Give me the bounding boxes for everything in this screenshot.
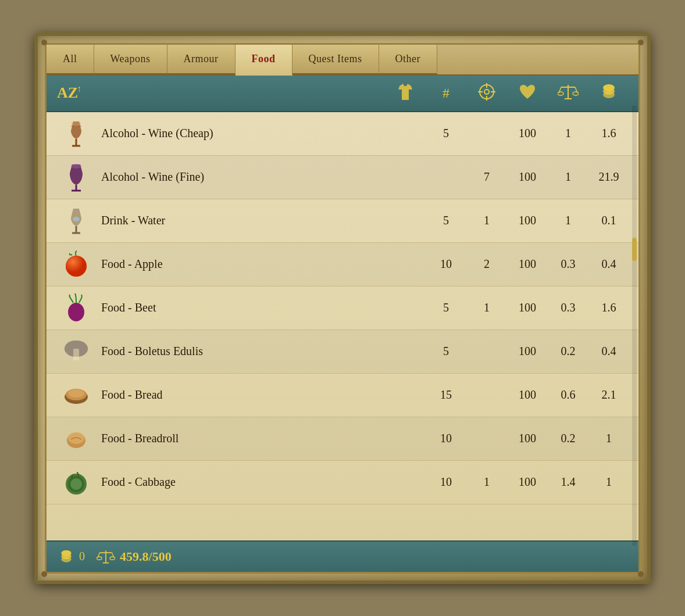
header-heart-icon xyxy=(507,84,548,103)
inventory-window: AllWeaponsArmourFoodQuest ItemsOther AZ … xyxy=(34,33,651,584)
scroll-thumb[interactable] xyxy=(632,238,637,261)
item-name: Alcohol - Wine (Cheap) xyxy=(97,127,385,140)
tab-other[interactable]: Other xyxy=(379,45,437,74)
table-row[interactable]: Food - Breadroll 10 100 0.2 1 xyxy=(47,417,638,461)
item-qty: 5 xyxy=(426,127,466,140)
item-weight: 0.3 xyxy=(548,301,588,314)
svg-point-44 xyxy=(110,557,115,560)
item-values: 10 2 100 0.3 0.4 xyxy=(385,257,629,271)
item-qty: 10 xyxy=(426,432,466,445)
tabs-row: AllWeaponsArmourFoodQuest ItemsOther xyxy=(47,45,638,76)
table-row[interactable]: Drink - Water 5 1 100 1 0.1 xyxy=(47,199,638,243)
item-qty: 10 xyxy=(426,475,466,489)
item-icon-cabbage xyxy=(56,467,97,498)
header-name-col: AZ ↑ xyxy=(56,83,385,104)
footer-weight-section: 459.8/500 xyxy=(97,549,172,565)
table-row[interactable]: Alcohol - Wine (Cheap) 5 100 1 1.6 xyxy=(47,112,638,156)
item-icon-breadroll xyxy=(56,423,97,454)
item-icon-mushroom xyxy=(56,336,97,367)
item-value: 21.9 xyxy=(588,170,629,184)
footer-weight-current: 459.8 xyxy=(120,549,149,564)
scrollbar[interactable] xyxy=(632,106,637,546)
item-qty: 15 xyxy=(426,388,466,402)
table-row[interactable]: Food - Bread 15 100 0.6 2.1 xyxy=(47,374,638,417)
item-weight: 1.4 xyxy=(548,475,588,489)
svg-point-12 xyxy=(558,92,563,95)
item-name: Food - Apple xyxy=(97,257,385,271)
footer-coins-section: 0 xyxy=(58,549,85,564)
item-weight: 0.6 xyxy=(548,388,588,402)
table-row[interactable]: Alcohol - Wine (Fine) 7 100 1 21.9 xyxy=(47,156,638,199)
item-value: 2.1 xyxy=(588,388,629,402)
item-value: 0.4 xyxy=(588,345,629,358)
item-name: Food - Breadroll xyxy=(97,432,385,445)
footer-weight-display: 459.8/500 xyxy=(120,549,172,564)
item-name: Food - Cabbage xyxy=(97,475,385,489)
item-icon-wine_cheap xyxy=(56,118,97,149)
item-condition: 100 xyxy=(507,127,548,140)
tab-armour[interactable]: Armour xyxy=(167,45,236,74)
item-condition: 100 xyxy=(507,388,548,402)
item-icon-apple xyxy=(56,249,97,280)
item-name: Drink - Water xyxy=(97,214,385,227)
item-values: 5 100 0.2 0.4 xyxy=(385,345,629,358)
item-name: Food - Beet xyxy=(97,301,385,314)
footer-weight-max: 500 xyxy=(152,549,172,564)
item-weight: 1 xyxy=(548,127,588,140)
item-icon-bread xyxy=(56,379,97,411)
item-weight: 0.2 xyxy=(548,345,588,358)
item-values: 5 1 100 0.3 1.6 xyxy=(385,301,629,314)
inner-panel: AllWeaponsArmourFoodQuest ItemsOther AZ … xyxy=(45,43,640,574)
item-condition: 100 xyxy=(507,301,548,314)
item-value: 1 xyxy=(588,432,629,445)
item-value: 1 xyxy=(588,475,629,489)
svg-point-19 xyxy=(71,164,81,169)
svg-text:↑: ↑ xyxy=(77,84,80,94)
tab-weapons[interactable]: Weapons xyxy=(94,45,167,74)
svg-point-22 xyxy=(66,256,87,277)
item-qty: 5 xyxy=(426,214,466,227)
sort-az-icon[interactable]: AZ ↑ xyxy=(56,83,79,104)
header-cols: # xyxy=(385,83,629,104)
svg-point-35 xyxy=(70,478,82,490)
item-values: 5 100 1 1.6 xyxy=(385,127,629,140)
item-qty: 5 xyxy=(426,345,466,358)
table-row[interactable]: Food - Boletus Edulis 5 100 0.2 0.4 xyxy=(47,330,638,374)
svg-text:AZ: AZ xyxy=(57,84,78,101)
item-values: 15 100 0.6 2.1 xyxy=(385,388,629,402)
table-row[interactable]: Food - Cabbage 10 1 100 1.4 1 xyxy=(47,461,638,504)
table-row[interactable]: Food - Beet 5 1 100 0.3 1.6 xyxy=(47,286,638,330)
header-hash-icon: # xyxy=(426,85,466,101)
table-row[interactable]: Food - Apple 10 2 100 0.3 0.4 xyxy=(47,243,638,286)
tab-food[interactable]: Food xyxy=(236,45,292,76)
item-qty: 10 xyxy=(426,257,466,271)
item-value: 0.4 xyxy=(588,257,629,271)
item-name: Food - Boletus Edulis xyxy=(97,345,385,358)
svg-point-30 xyxy=(68,389,84,397)
item-list: Alcohol - Wine (Cheap) 5 100 1 1.6 Alcoh… xyxy=(47,112,638,504)
item-values: 7 100 1 21.9 xyxy=(385,170,629,184)
header-coins-icon xyxy=(588,83,629,103)
footer-bar: 0 459.8/500 xyxy=(47,540,638,572)
column-headers: AZ ↑ # xyxy=(47,76,638,112)
svg-point-38 xyxy=(61,550,71,556)
item-weight: 1 xyxy=(548,214,588,227)
item-condition: 100 xyxy=(507,214,548,227)
item-icon-water xyxy=(56,205,97,237)
tab-all[interactable]: All xyxy=(47,45,94,74)
svg-point-23 xyxy=(68,303,84,321)
svg-point-27 xyxy=(65,341,88,357)
item-qty: 5 xyxy=(426,301,466,314)
item-weight: 0.2 xyxy=(548,432,588,445)
header-shirt-icon xyxy=(385,83,426,104)
item-value: 1.6 xyxy=(588,301,629,314)
item-name: Alcohol - Wine (Fine) xyxy=(97,170,385,184)
tab-quest-items[interactable]: Quest Items xyxy=(292,45,379,74)
item-weight: 1 xyxy=(548,170,588,184)
item-values: 5 1 100 1 0.1 xyxy=(385,214,629,227)
svg-point-32 xyxy=(68,432,84,444)
header-crosshair-icon xyxy=(466,83,507,103)
item-value: 1.6 xyxy=(588,127,629,140)
item-condition: 100 xyxy=(507,475,548,489)
item-icon-beet xyxy=(56,292,97,324)
